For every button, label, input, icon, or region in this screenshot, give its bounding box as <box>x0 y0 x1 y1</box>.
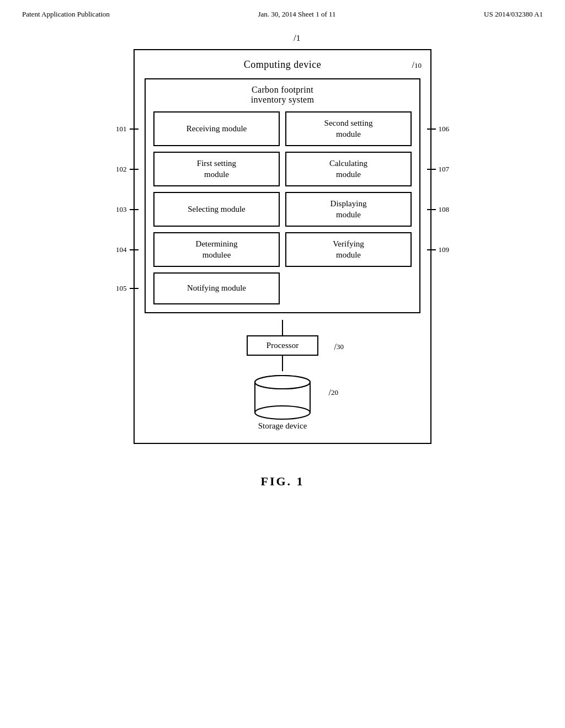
label-102: 102 <box>116 165 138 174</box>
label-30: /30 <box>334 342 344 352</box>
label-107: 107 <box>427 165 450 174</box>
system-title: Carbon footprint inventory system <box>153 85 412 105</box>
header-right: US 2014/032380 A1 <box>484 10 543 19</box>
selecting-module: Selecting module <box>153 192 280 227</box>
header-left: Patent Application Publication <box>22 10 110 19</box>
displaying-module: Displayingmodule <box>285 192 412 227</box>
label-108: 108 <box>427 205 450 214</box>
label-105: 105 <box>116 284 138 293</box>
header-center: Jan. 30, 2014 Sheet 1 of 11 <box>258 10 335 19</box>
first-setting-module: First settingmodule <box>153 152 280 186</box>
determining-module: Determiningmodulee <box>153 232 280 267</box>
label-103: 103 <box>116 205 138 214</box>
svg-point-3 <box>255 376 310 389</box>
calculating-module: Calculatingmodule <box>285 152 412 186</box>
notifying-module: Notifying module <box>153 272 280 304</box>
label-101: 101 <box>116 125 138 133</box>
computing-device-box: Computing device /10 Carbon footprint in… <box>134 49 431 444</box>
label-104: 104 <box>116 245 138 254</box>
label-106: 106 <box>427 125 450 133</box>
page-header: Patent Application Publication Jan. 30, … <box>0 0 565 19</box>
fig-label: FIG. 1 <box>260 474 304 489</box>
storage-label: Storage device <box>258 421 307 432</box>
processor-box: Processor <box>247 335 318 356</box>
label-10: /10 <box>412 60 422 70</box>
label-109: 109 <box>427 245 450 254</box>
second-setting-module: Second settingmodule <box>285 111 412 146</box>
storage-device: Storage device /20 <box>252 371 313 432</box>
carbon-footprint-system-box: Carbon footprint inventory system 101 <box>145 78 420 313</box>
computing-device-title: Computing device <box>244 59 321 71</box>
receiving-module: Receiving module <box>153 111 280 146</box>
verifying-module: Verifyingmodule <box>285 232 412 267</box>
label-20: /20 <box>329 388 338 398</box>
svg-point-2 <box>255 406 310 419</box>
label-1: /1 <box>294 33 300 44</box>
